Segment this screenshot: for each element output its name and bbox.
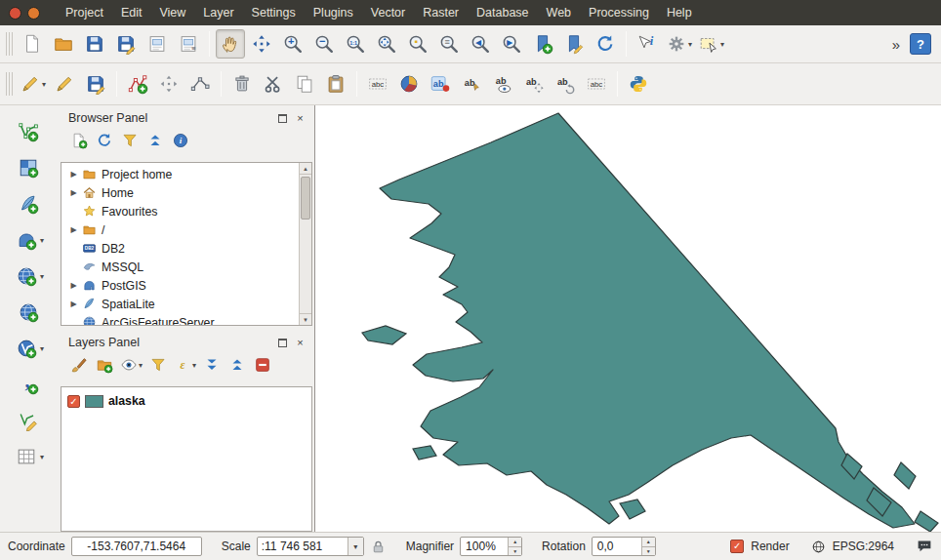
- toolbar-grip[interactable]: [6, 72, 13, 96]
- node-tool-button[interactable]: [185, 69, 215, 99]
- zoom-out-button[interactable]: −: [309, 29, 339, 59]
- spin-up-icon[interactable]: ▲: [642, 538, 655, 547]
- add-feature-button[interactable]: [123, 69, 152, 99]
- zoom-to-selection-button[interactable]: ▪: [403, 29, 432, 59]
- zoom-last-button[interactable]: ◀: [466, 29, 495, 59]
- filter-by-expression-button[interactable]: ε▾: [172, 353, 198, 377]
- expand-all-layers-button[interactable]: [200, 353, 224, 377]
- delete-selected-button[interactable]: [227, 69, 257, 99]
- text-annotation-button[interactable]: abc: [363, 69, 392, 99]
- new-project-button[interactable]: [18, 29, 47, 59]
- magnifier-spinbox[interactable]: 100% ▲ ▼: [460, 537, 522, 556]
- menu-help[interactable]: Help: [658, 1, 701, 24]
- remove-layer-button[interactable]: [251, 353, 274, 377]
- layer-labeling-button[interactable]: ab: [426, 69, 455, 99]
- zoom-full-button[interactable]: [372, 29, 401, 59]
- layer-item-alaska[interactable]: ✓alaska: [67, 391, 311, 411]
- open-layer-styling-button[interactable]: [67, 353, 91, 377]
- lock-scale-icon[interactable]: [370, 539, 387, 555]
- filter-browser-button[interactable]: [118, 129, 142, 152]
- menu-raster[interactable]: Raster: [414, 1, 468, 24]
- zoom-next-button[interactable]: ▶: [497, 29, 526, 59]
- messages-bubble-icon[interactable]: [916, 538, 933, 555]
- close-panel-button[interactable]: ×: [294, 337, 307, 349]
- add-wms-layer-button[interactable]: [16, 300, 41, 325]
- menu-settings[interactable]: Settings: [243, 1, 305, 24]
- scale-dropdown-icon[interactable]: ▾: [348, 538, 363, 555]
- paste-features-button[interactable]: [321, 69, 350, 99]
- zoom-native-button[interactable]: 1:1: [341, 29, 370, 59]
- add-selected-layers-button[interactable]: [67, 129, 91, 152]
- save-project-button[interactable]: [80, 29, 109, 59]
- new-print-composer-button[interactable]: [143, 29, 172, 59]
- dropdown-arrow-icon[interactable]: ▾: [720, 40, 724, 49]
- close-panel-button[interactable]: ×: [294, 112, 307, 125]
- dropdown-arrow-icon[interactable]: ▾: [40, 344, 44, 353]
- move-feature-button[interactable]: [154, 69, 184, 99]
- expand-arrow-icon[interactable]: ▶: [67, 170, 80, 179]
- refresh-browser-button[interactable]: [93, 129, 116, 152]
- float-panel-button[interactable]: [276, 337, 289, 349]
- add-wfs-layer-button[interactable]: [14, 336, 39, 361]
- add-group-button[interactable]: [93, 353, 116, 377]
- show-bookmarks-button[interactable]: [559, 29, 589, 59]
- refresh-map-button[interactable]: [591, 29, 620, 59]
- scale-combo[interactable]: :11 746 581 ▾: [257, 537, 364, 556]
- browser-item-mssql[interactable]: MSSQL: [61, 258, 299, 276]
- new-geopackage-layer-button[interactable]: [14, 444, 39, 469]
- menu-vector[interactable]: Vector: [362, 1, 414, 24]
- menu-project[interactable]: Project: [57, 1, 112, 24]
- menu-layer[interactable]: Layer: [194, 1, 242, 24]
- expand-arrow-icon[interactable]: ▶: [67, 188, 80, 197]
- spin-down-icon[interactable]: ▼: [509, 547, 521, 556]
- add-vector-layer-button[interactable]: [16, 119, 41, 144]
- save-layer-edits-button[interactable]: [81, 69, 110, 99]
- browser-item-arcgisfeatureserver[interactable]: ArcGisFeatureServer: [61, 313, 299, 325]
- toolbar-grip[interactable]: [6, 32, 13, 56]
- render-checkbox[interactable]: ✓: [730, 540, 744, 553]
- dropdown-arrow-icon[interactable]: ▾: [192, 361, 196, 370]
- cut-features-button[interactable]: [259, 69, 288, 99]
- pin-labels-button[interactable]: ab: [457, 69, 486, 99]
- new-bookmark-button[interactable]: [528, 29, 557, 59]
- expand-arrow-icon[interactable]: ▶: [67, 281, 80, 290]
- scroll-up-button[interactable]: ▲: [300, 163, 311, 175]
- expand-arrow-icon[interactable]: ▶: [67, 300, 80, 308]
- menu-database[interactable]: Database: [468, 1, 538, 24]
- dropdown-arrow-icon[interactable]: ▾: [40, 272, 44, 281]
- python-console-button[interactable]: [624, 69, 653, 99]
- help-button[interactable]: ?: [910, 33, 931, 55]
- pan-map-button[interactable]: [216, 29, 245, 59]
- new-shapefile-layer-button[interactable]: [16, 408, 41, 433]
- filter-legend-button[interactable]: [146, 353, 170, 377]
- spin-down-icon[interactable]: ▼: [642, 547, 655, 556]
- highlight-labels-button[interactable]: ab: [488, 69, 517, 99]
- float-panel-button[interactable]: [276, 112, 289, 125]
- open-project-button[interactable]: [49, 29, 78, 59]
- map-canvas[interactable]: [314, 105, 941, 532]
- browser-item-project-home[interactable]: ▶Project home: [61, 165, 299, 183]
- crs-status-icon[interactable]: [811, 540, 826, 554]
- current-edits-button[interactable]: ▾: [18, 69, 48, 99]
- collapse-all-button[interactable]: [143, 129, 167, 152]
- dropdown-arrow-icon[interactable]: ▾: [688, 40, 692, 49]
- style-manager-button[interactable]: [394, 69, 424, 99]
- copy-features-button[interactable]: [290, 69, 319, 99]
- add-spatialite-layer-button[interactable]: [16, 191, 41, 217]
- run-feature-action-button[interactable]: ▾: [664, 29, 694, 59]
- scroll-down-button[interactable]: ▼: [300, 313, 311, 325]
- browser-scrollbar[interactable]: ▲ ▼: [299, 163, 311, 325]
- zoom-in-button[interactable]: +: [278, 29, 307, 59]
- move-label-button[interactable]: ab: [519, 69, 549, 99]
- rotate-label-button[interactable]: ab: [551, 69, 580, 99]
- browser-item-spatialite[interactable]: ▶SpatiaLite: [61, 295, 299, 313]
- manage-map-themes-button[interactable]: ▾: [118, 353, 144, 377]
- browser-item-postgis[interactable]: ▶PostGIS: [61, 276, 299, 295]
- composer-manager-button[interactable]: ≡: [174, 29, 203, 59]
- select-features-button[interactable]: ▾: [696, 29, 726, 59]
- menu-plugins[interactable]: Plugins: [305, 1, 362, 24]
- spin-up-icon[interactable]: ▲: [509, 538, 521, 547]
- collapse-all-layers-button[interactable]: [225, 353, 249, 377]
- browser-item-favourites[interactable]: Favourites: [61, 202, 299, 220]
- scrollbar-thumb[interactable]: [301, 177, 310, 220]
